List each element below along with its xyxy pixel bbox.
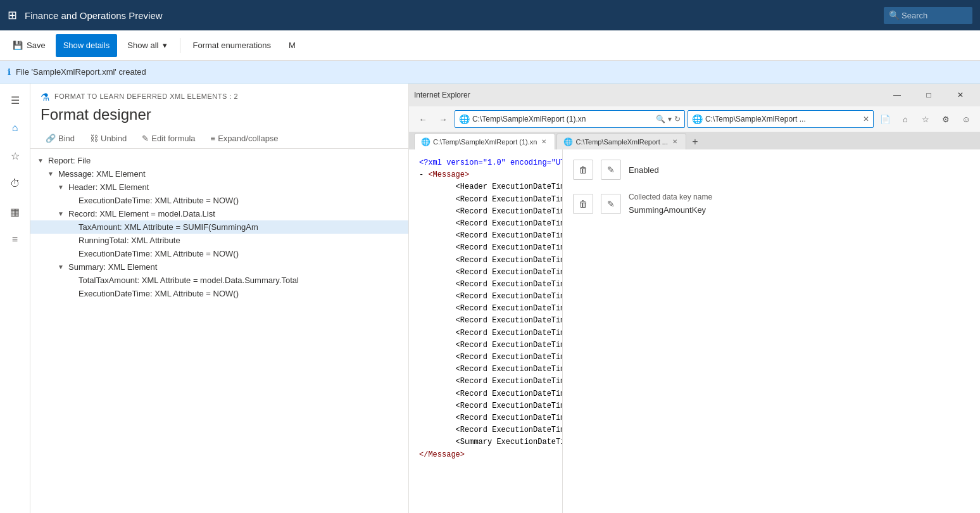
new-tab-button[interactable]: 📄: [876, 110, 894, 128]
minimize-button[interactable]: —: [883, 86, 912, 104]
more-button[interactable]: M: [281, 34, 303, 57]
home-nav-button[interactable]: ⌂: [896, 110, 914, 128]
filter-icon[interactable]: ⚗: [41, 91, 49, 103]
tree-label-execDateTime2: ExecutionDateTime: XML Attribute = NOW(): [76, 249, 408, 258]
app-title: Finance and Operations Preview: [25, 10, 876, 21]
xml-line-9: <Record ExecutionDateTime="2019-12-30 02…: [419, 279, 552, 291]
browser-tabs: 🌐 C:\Temp\SampleXmlReport (1).xn ✕ 🌐 C:\…: [409, 132, 980, 149]
toolbar-separator-1: [180, 38, 180, 53]
xml-line-15: <Record ExecutionDateTime="2019-12-30 02…: [419, 352, 552, 364]
tree-label-header: Header: XML Element: [66, 182, 408, 192]
tab-2-icon: 🌐: [563, 137, 573, 146]
tree-item-taxAmount[interactable]: TaxAmount: XML Attribute = SUMIF(Summing…: [30, 220, 408, 234]
tree-item-execDateTime[interactable]: ExecutionDateTime: XML Attribute = NOW(): [30, 194, 408, 207]
forward-button[interactable]: →: [434, 110, 452, 128]
info-bar: ℹ File 'SampleXmlReport.xml' created: [0, 61, 980, 84]
show-details-button[interactable]: Show details: [56, 34, 118, 57]
address-ie-icon: 🌐: [459, 114, 470, 124]
tree-arrow-message: ▼: [46, 170, 56, 177]
emoji-button[interactable]: ☺: [957, 110, 975, 128]
address-ie-icon-2: 🌐: [692, 114, 703, 124]
tree-item-execDateTime2[interactable]: ExecutionDateTime: XML Attribute = NOW(): [30, 247, 408, 260]
side-icon-bar: ☰ ⌂ ☆ ⏱ ▦ ≡: [0, 84, 30, 513]
format-designer-panel: ⚗ FORMAT TO LEARN DEFERRED XML ELEMENTS …: [30, 84, 409, 513]
xml-line-20: <Record ExecutionDateTime="2019-12-30 02…: [419, 412, 552, 424]
collected-data-key-row: 🗑 ✎ Collected data key name SummingAmoun…: [573, 193, 970, 215]
save-button[interactable]: 💾 Save: [5, 34, 53, 57]
tree-item-record[interactable]: ▼Record: XML Element = model.Data.List: [30, 207, 408, 220]
refresh-icon[interactable]: ↻: [674, 115, 681, 124]
tree-item-report[interactable]: ▼Report: File: [30, 154, 408, 167]
xml-line-7: <Record ExecutionDateTime="2019-12-30 02…: [419, 255, 552, 267]
tree-item-totalTaxAmount[interactable]: TotalTaxAmount: XML Attribute = model.Da…: [30, 274, 408, 287]
panel-toolbar: 🔗 Bind ⛓ Unbind ✎ Edit formula ≡ Expand/…: [30, 129, 408, 149]
tab-1-icon: 🌐: [421, 137, 430, 146]
unbind-button[interactable]: ⛓ Unbind: [85, 131, 132, 146]
back-button[interactable]: ←: [414, 110, 432, 128]
hamburger-icon[interactable]: ☰: [4, 89, 27, 111]
favorites-button[interactable]: ☆: [917, 110, 934, 128]
bind-button[interactable]: 🔗 Bind: [41, 131, 80, 146]
address-bar-1[interactable]: 🌐 C:\Temp\SampleXmlReport (1).xn 🔍 ▾ ↻: [455, 110, 685, 128]
key-delete-button[interactable]: 🗑: [573, 194, 593, 214]
tab-1-close-icon[interactable]: ✕: [539, 137, 548, 146]
star-icon[interactable]: ☆: [4, 144, 27, 167]
tree-item-execDateTime3[interactable]: ExecutionDateTime: XML Attribute = NOW(): [30, 287, 408, 300]
address-dropdown-icon[interactable]: ▾: [668, 115, 672, 124]
address-bar-2[interactable]: 🌐 C:\Temp\SampleXmlReport ... ✕: [688, 110, 874, 128]
tab-2-close-icon[interactable]: ✕: [670, 137, 679, 146]
enabled-edit-button[interactable]: ✎: [601, 160, 621, 180]
tree-arrow-header: ▼: [56, 184, 66, 191]
close-button[interactable]: ✕: [946, 86, 975, 104]
xml-line-6: <Record ExecutionDateTime="2019-12-30 02…: [419, 242, 552, 254]
xml-declaration: <?xml version="1.0" encoding="UTF-8"?>: [419, 157, 552, 169]
tree-label-runningTotal: RunningTotal: XML Attribute: [76, 236, 408, 245]
property-panel: 🗑 ✎ Enabled 🗑 ✎ Collected data key name …: [562, 149, 980, 513]
tree-item-message[interactable]: ▼Message: XML Element: [30, 167, 408, 180]
xml-line-19: <Record ExecutionDateTime="2019-12-30 02…: [419, 400, 552, 412]
enabled-delete-button[interactable]: 🗑: [573, 160, 593, 180]
format-enumerations-button[interactable]: Format enumerations: [185, 34, 279, 57]
tree-item-summary[interactable]: ▼Summary: XML Element: [30, 260, 408, 274]
address-text-1: C:\Temp\SampleXmlReport (1).xn: [472, 115, 653, 124]
maximize-button[interactable]: □: [914, 86, 943, 104]
expand-collapse-button[interactable]: ≡ Expand/collapse: [206, 131, 284, 146]
show-all-button[interactable]: Show all ▾: [120, 34, 174, 57]
tree-label-execDateTime: ExecutionDateTime: XML Attribute = NOW(): [76, 196, 408, 205]
enabled-property-row: 🗑 ✎ Enabled: [573, 160, 970, 180]
format-tree: ▼Report: File▼Message: XML Element▼Heade…: [30, 149, 408, 513]
browser-tab-1[interactable]: 🌐 C:\Temp\SampleXmlReport (1).xn ✕: [414, 133, 555, 149]
info-icon: ℹ: [8, 67, 11, 77]
panel-title: Format designer: [41, 106, 398, 124]
xml-line-22: <Summary ExecutionDateTime="2019-12-30 0…: [419, 436, 552, 448]
tree-label-execDateTime3: ExecutionDateTime: XML Attribute = NOW(): [76, 289, 408, 298]
settings-button[interactable]: ⚙: [937, 110, 955, 128]
tree-arrow-summary: ▼: [56, 263, 66, 270]
save-icon: 💾: [13, 41, 23, 50]
key-edit-button[interactable]: ✎: [601, 194, 621, 214]
calendar-icon[interactable]: ▦: [4, 200, 27, 223]
right-panel: Internet Explorer — □ ✕ ← → 🌐 C:\Temp\Sa…: [409, 84, 980, 513]
xml-line-2: <Record ExecutionDateTime="2019-12-30 02…: [419, 194, 552, 206]
xml-line-18: <Record ExecutionDateTime="2019-12-30 02…: [419, 388, 552, 400]
tree-item-header[interactable]: ▼Header: XML Element: [30, 180, 408, 194]
edit-formula-button[interactable]: ✎ Edit formula: [137, 131, 200, 146]
app-grid-icon[interactable]: ⊞: [8, 8, 17, 22]
collected-data-key-section-label: Collected data key name: [629, 193, 712, 201]
search-container: 🔍: [884, 7, 972, 24]
main-toolbar: 💾 Save Show details Show all ▾ Format en…: [0, 30, 980, 61]
unbind-icon: ⛓: [90, 134, 98, 143]
new-tab-plus-button[interactable]: +: [688, 134, 703, 149]
xml-line-14: <Record ExecutionDateTime="2019-12-30 02…: [419, 339, 552, 352]
clock-icon[interactable]: ⏱: [4, 172, 27, 195]
address-close-icon[interactable]: ✕: [863, 115, 869, 124]
tree-label-report: Report: File: [46, 156, 408, 165]
browser-tab-2[interactable]: 🌐 C:\Temp\SampleXmlReport ... ✕: [556, 133, 686, 149]
xml-line-8: <Record ExecutionDateTime="2019-12-30 02…: [419, 267, 552, 279]
list-icon[interactable]: ≡: [4, 228, 27, 251]
address-search-icon[interactable]: 🔍: [656, 115, 665, 124]
tree-item-runningTotal[interactable]: RunningTotal: XML Attribute: [30, 234, 408, 247]
address-text-2: C:\Temp\SampleXmlReport ...: [705, 115, 860, 124]
home-icon[interactable]: ⌂: [4, 117, 27, 139]
tree-label-record: Record: XML Element = model.Data.List: [66, 209, 408, 218]
